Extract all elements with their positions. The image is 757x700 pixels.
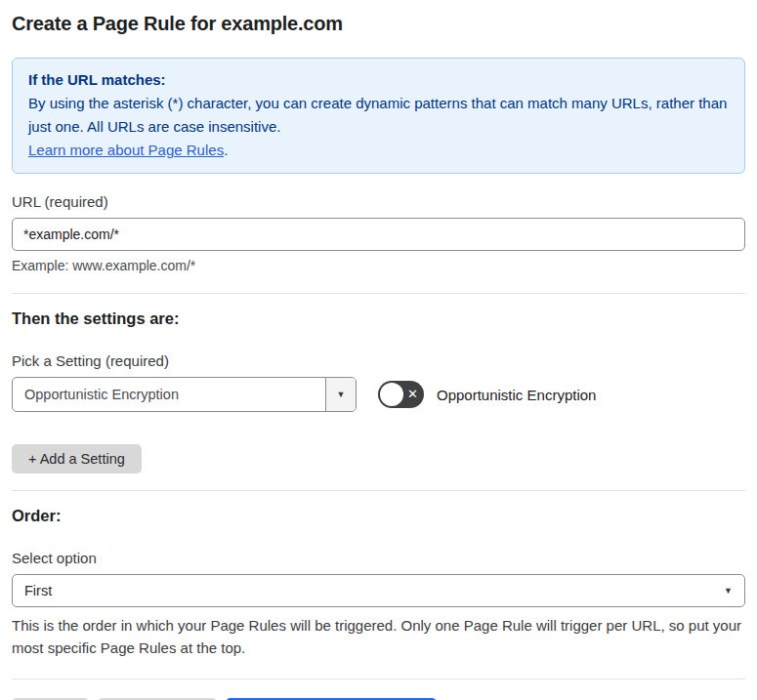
setting-dropdown-value: Opportunistic Encryption: [13, 378, 190, 411]
setting-dropdown-arrow-button[interactable]: ▼: [325, 378, 356, 411]
toggle-off-x-icon: ✕: [407, 388, 418, 400]
url-helper-text: Example: www.example.com/*: [12, 258, 745, 273]
setting-dropdown[interactable]: Opportunistic Encryption ▼: [12, 377, 357, 412]
url-matches-info-box: If the URL matches: By using the asteris…: [12, 58, 745, 174]
url-label: URL (required): [12, 193, 745, 210]
add-setting-button[interactable]: + Add a Setting: [12, 444, 142, 474]
info-link-row: Learn more about Page Rules.: [28, 139, 729, 162]
info-box-heading: If the URL matches:: [28, 68, 729, 92]
chevron-down-icon: ▼: [724, 587, 733, 596]
order-select-label: Select option: [12, 550, 745, 566]
setting-row: Opportunistic Encryption ▼ ✕ Opportunist…: [12, 377, 745, 412]
order-section-heading: Order:: [12, 507, 745, 525]
order-select[interactable]: First ▼: [12, 574, 745, 607]
url-field-group: URL (required) Example: www.example.com/…: [12, 193, 745, 273]
order-helper-text: This is the order in which your Page Rul…: [12, 614, 745, 659]
chevron-down-icon: ▼: [337, 391, 346, 399]
toggle-label: Opportunistic Encryption: [437, 387, 596, 403]
pick-setting-label: Pick a Setting (required): [12, 352, 745, 369]
divider: [12, 490, 745, 491]
page-title: Create a Page Rule for example.com: [12, 13, 745, 35]
url-input[interactable]: [12, 218, 745, 251]
info-box-body: By using the asterisk (*) character, you…: [28, 92, 729, 139]
toggle-group: ✕ Opportunistic Encryption: [378, 381, 596, 408]
order-select-value: First: [24, 583, 52, 598]
settings-section-heading: Then the settings are:: [12, 309, 745, 328]
divider: [12, 293, 745, 294]
link-period: .: [224, 142, 228, 158]
create-page-rule-form: Create a Page Rule for example.com If th…: [0, 0, 757, 700]
toggle-knob: [380, 383, 403, 406]
opportunistic-encryption-toggle[interactable]: ✕: [378, 381, 424, 408]
divider: [12, 679, 745, 679]
learn-more-link[interactable]: Learn more about Page Rules: [28, 142, 224, 158]
